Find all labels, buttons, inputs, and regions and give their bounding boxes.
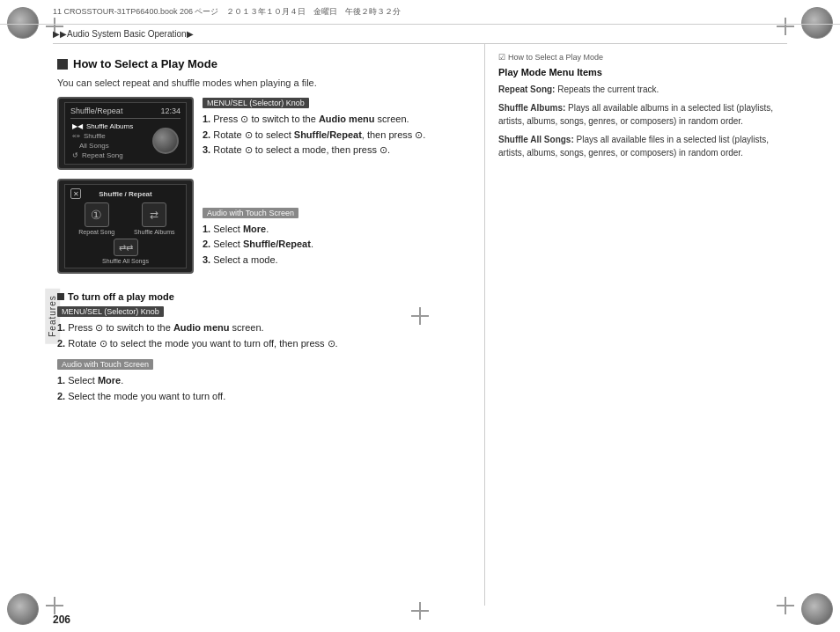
right-breadcrumb: ☑ How to Select a Play Mode	[498, 53, 783, 62]
top-header: 11 CROSSTOUR-31TP66400.book 206 ページ ２０１３…	[0, 0, 840, 25]
screen-inner-2: ✕ Shuffle / Repeat ① Repeat Song	[64, 184, 187, 268]
screen-divider-1	[70, 118, 181, 119]
screen-menu-list: ▶◀ Shuffle Albums «» Shuffle All Songs	[70, 121, 146, 160]
screen-time-1: 12:34	[160, 107, 181, 115]
screen-item-shuffle-albums: ▶◀ Shuffle Albums	[70, 121, 146, 131]
right-item-shuffle-all-songs: Shuffle All Songs: Plays all available f…	[498, 133, 783, 160]
screen2-title: Shuffle / Repeat	[99, 190, 151, 198]
screen2-close-icon: ✕	[70, 188, 81, 199]
screens-column: Shuffle/Repeat 12:34 ▶◀ Shuffle Albums	[57, 97, 194, 283]
screen2-shuffle-all-songs: ⇄⇄ Shuffle All Songs	[70, 239, 181, 264]
subsection-menu-steps: 1. Press ⊙ to switch to the Audio menu s…	[57, 320, 471, 351]
step-2-menu: 2. Rotate ⊙ to select Shuffle/Repeat, th…	[203, 128, 471, 143]
bottom-bar: 206	[53, 607, 840, 632]
subsection-menu-box: MENU/SEL (Selector) Knob 1. Press ⊙ to s…	[57, 305, 471, 351]
screen-item-repeat: ↺ Repeat Song	[70, 151, 146, 160]
instruction-box-menu: MENU/SEL (Selector) Knob 1. Press ⊙ to s…	[203, 97, 471, 158]
repeat-song-icon-box: ①	[85, 202, 109, 227]
menu-sel-label: MENU/SEL (Selector) Knob	[203, 98, 309, 108]
screen-knob-area	[150, 121, 181, 160]
screen2-top-bar: ✕ Shuffle / Repeat	[70, 188, 181, 199]
step-1-menu: 1. Press ⊙ to switch to the Audio menu s…	[203, 112, 471, 128]
subsection-touch-box: Audio with Touch Screen 1. Select More. …	[57, 358, 471, 404]
main-content: How to Select a Play Mode You can select…	[53, 44, 787, 606]
shuffle-albums-label: Shuffle Albums	[134, 229, 175, 235]
right-section-title: Play Mode Menu Items	[498, 67, 783, 77]
page-number: 206	[53, 614, 70, 626]
shuffle-albums-icon-box: ⇄	[142, 202, 166, 227]
step-3-touch: 3. Select a mode.	[203, 253, 471, 268]
device-screen-1: Shuffle/Repeat 12:34 ▶◀ Shuffle Albums	[57, 97, 194, 170]
sub-step-2-menu: 2. Rotate ⊙ to select the mode you want …	[57, 336, 471, 352]
step-2-touch: 2. Select Shuffle/Repeat.	[203, 237, 471, 253]
right-breadcrumb-icon: ☑	[498, 53, 505, 62]
step-3-menu: 3. Rotate ⊙ to select a mode, then press…	[203, 143, 471, 158]
shuffle-all-songs-label: Shuffle All Songs	[102, 258, 149, 264]
subsection-square-icon	[57, 293, 64, 300]
sub-step-2-touch: 2. Select the mode you want to turn off.	[57, 389, 471, 405]
screen-item-shuffle-all-songs: All Songs	[70, 141, 146, 151]
sub-step-1-menu: 1. Press ⊙ to switch to the Audio menu s…	[57, 320, 471, 336]
breadcrumb-bar: ▶▶Audio System Basic Operation▶	[53, 25, 787, 44]
file-info: 11 CROSSTOUR-31TP66400.book 206 ページ ２０１３…	[53, 6, 401, 18]
section-title: How to Select a Play Mode	[73, 57, 217, 70]
shuffle-all-songs-icon-box: ⇄⇄	[114, 239, 138, 256]
step-1-touch: 1. Select More.	[203, 222, 471, 238]
heading-square-icon	[57, 59, 68, 70]
subsection-touch-label: Audio with Touch Screen	[57, 359, 153, 370]
screen-inner-1: Shuffle/Repeat 12:34 ▶◀ Shuffle Albums	[64, 102, 187, 165]
screen-item-shuffle-all: «» Shuffle	[70, 131, 146, 141]
instruction-box-touch: Audio with Touch Screen 1. Select More. …	[203, 207, 471, 268]
corner-decoration-bl	[7, 593, 39, 625]
screen-top-bar-1: Shuffle/Repeat 12:34	[70, 107, 181, 115]
screen-knob-icon	[152, 128, 179, 154]
breadcrumb-text: ▶▶Audio System Basic Operation▶	[53, 29, 194, 39]
instructions-column: MENU/SEL (Selector) Knob 1. Press ⊙ to s…	[203, 97, 471, 283]
right-item-shuffle-albums: Shuffle Albums: Plays all available albu…	[498, 101, 783, 129]
sub-step-1-touch: 1. Select More.	[57, 373, 471, 389]
right-body-text: Repeat Song: Repeats the current track. …	[498, 83, 783, 160]
section-heading: How to Select a Play Mode	[57, 57, 471, 70]
touch-steps: 1. Select More. 2. Select Shuffle/Repeat…	[203, 222, 471, 268]
left-column: How to Select a Play Mode You can select…	[53, 44, 484, 606]
right-breadcrumb-text: How to Select a Play Mode	[508, 53, 603, 62]
subsection-title: To turn off a play mode	[68, 291, 174, 302]
screen2-icons-row: ① Repeat Song ⇄ Shuffle Albums	[70, 202, 181, 235]
screen2-shuffle-albums: ⇄ Shuffle Albums	[129, 202, 181, 235]
screen-content-1: ▶◀ Shuffle Albums «» Shuffle All Songs	[70, 121, 181, 160]
screen-title-1: Shuffle/Repeat	[70, 107, 122, 115]
subsection-touch-steps: 1. Select More. 2. Select the mode you w…	[57, 373, 471, 404]
cross-mark-bottom-center	[411, 602, 429, 620]
menu-sel-steps: 1. Press ⊙ to switch to the Audio menu s…	[203, 112, 471, 158]
subsection-heading: To turn off a play mode	[57, 291, 471, 302]
repeat-song-label: Repeat Song	[78, 229, 114, 235]
right-column: ☑ How to Select a Play Mode Play Mode Me…	[484, 44, 787, 606]
screen2-repeat-song: ① Repeat Song	[70, 202, 123, 235]
intro-text: You can select repeat and shuffle modes …	[57, 77, 471, 88]
subsection-menu-label: MENU/SEL (Selector) Knob	[57, 306, 164, 317]
right-item-repeat-song: Repeat Song: Repeats the current track.	[498, 83, 783, 97]
device-screen-2: ✕ Shuffle / Repeat ① Repeat Song	[57, 179, 194, 274]
audio-touch-label: Audio with Touch Screen	[203, 208, 298, 218]
